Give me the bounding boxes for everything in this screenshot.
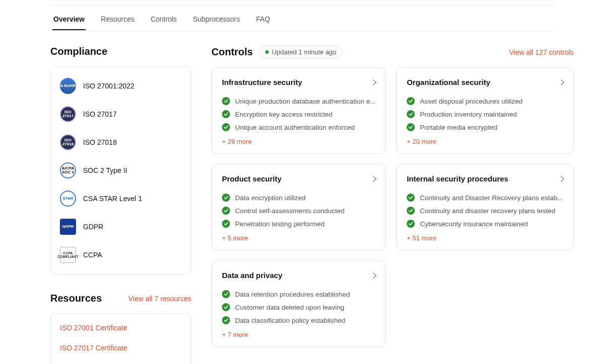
resource-item[interactable]: ISO 27001 Certificate	[51, 318, 191, 338]
control-item-label: Unique production database authenticatio…	[235, 98, 375, 105]
control-item[interactable]: Control self-assessments conducted	[222, 204, 375, 217]
control-card-header[interactable]: Product security	[222, 174, 375, 183]
compliance-badge-icon: A-BARR	[60, 78, 76, 94]
compliance-badge-icon: GDPR	[60, 219, 76, 235]
check-circle-icon	[222, 97, 230, 105]
control-item-label: Penetration testing performed	[235, 220, 325, 228]
control-item-label: Portable media encrypted	[420, 124, 497, 131]
control-item[interactable]: Cybersecurity insurance maintained	[407, 217, 563, 230]
control-item[interactable]: Asset disposal procedures utilized	[407, 95, 563, 108]
control-card: Internal security proceduresContinuity a…	[396, 164, 573, 250]
compliance-card: A-BARRISO 27001:2022ISO 27017ISO 27017IS…	[50, 66, 191, 275]
tab-overview[interactable]: Overview	[52, 10, 86, 30]
control-item-label: Production inventory maintained	[420, 111, 517, 118]
compliance-item[interactable]: AICPA SOC 2SOC 2 Type II	[51, 156, 191, 185]
header-box-fragment	[50, 0, 554, 5]
control-item[interactable]: Encryption key access restricted	[222, 108, 375, 121]
control-item-label: Continuity and disaster recovery plans t…	[420, 207, 555, 215]
check-circle-icon	[222, 194, 230, 202]
control-item-label: Continuity and Disaster Recovery plans e…	[420, 194, 563, 202]
control-card-header[interactable]: Organizational security	[407, 78, 563, 86]
tab-faq[interactable]: FAQ	[255, 10, 271, 30]
more-link[interactable]: + 5 more	[222, 234, 248, 242]
control-item-label: Encryption key access restricted	[235, 111, 333, 118]
check-circle-icon	[407, 110, 415, 118]
chevron-right-icon	[558, 176, 564, 181]
control-card-header[interactable]: Internal security procedures	[407, 174, 563, 183]
control-card-title: Data and privacy	[222, 271, 282, 280]
compliance-item[interactable]: ISO 27018ISO 27018	[51, 128, 191, 156]
control-card-header[interactable]: Data and privacy	[222, 271, 375, 280]
compliance-item[interactable]: GDPRGDPR	[51, 213, 191, 241]
chevron-right-icon	[558, 79, 564, 85]
resources-card: ISO 27001 CertificateISO 27017 Certifica…	[50, 313, 191, 364]
more-link[interactable]: + 7 more	[222, 331, 248, 338]
control-item[interactable]: Data classification policy established	[222, 314, 375, 327]
control-card-header[interactable]: Infrastructure security	[222, 78, 375, 86]
control-item[interactable]: Continuity and Disaster Recovery plans e…	[407, 191, 563, 204]
control-item[interactable]: Unique production database authenticatio…	[222, 95, 375, 108]
control-card: Infrastructure securityUnique production…	[211, 67, 386, 154]
compliance-title: Compliance	[50, 46, 107, 57]
chevron-right-icon	[371, 176, 376, 181]
compliance-item[interactable]: STARCSA STAR Level 1	[51, 185, 191, 213]
check-circle-icon	[407, 194, 415, 202]
control-item-label: Cybersecurity insurance maintained	[420, 220, 528, 228]
check-circle-icon	[222, 290, 230, 298]
control-item[interactable]: Continuity and disaster recovery plans t…	[407, 204, 563, 217]
more-link[interactable]: + 51 more	[407, 234, 436, 242]
control-item-label: Unique account authentication enforced	[235, 124, 355, 131]
compliance-item-label: SOC 2 Type II	[83, 166, 127, 174]
control-card: Data and privacyData retention procedure…	[211, 260, 386, 347]
control-item-label: Data retention procedures established	[235, 291, 350, 298]
tab-controls[interactable]: Controls	[149, 10, 178, 30]
control-item[interactable]: Data retention procedures established	[222, 288, 375, 301]
chevron-right-icon	[371, 79, 376, 85]
compliance-item[interactable]: ISO 27017ISO 27017	[51, 100, 191, 128]
check-circle-icon	[222, 220, 230, 228]
control-item-label: Data classification policy established	[235, 317, 345, 324]
compliance-badge-icon: STAR	[60, 191, 76, 207]
control-item-label: Asset disposal procedures utilized	[420, 98, 522, 105]
check-circle-icon	[407, 97, 415, 105]
compliance-item-label: CSA STAR Level 1	[83, 195, 142, 203]
control-item-label: Data encryption utilized	[235, 194, 306, 202]
compliance-item[interactable]: CCPA COMPLIANTCCPA	[51, 241, 191, 269]
more-link[interactable]: + 29 more	[222, 138, 252, 145]
control-item[interactable]: Unique account authentication enforced	[222, 121, 375, 134]
compliance-item-label: ISO 27017	[83, 110, 117, 118]
status-dot-icon	[265, 50, 269, 54]
control-item[interactable]: Production inventory maintained	[407, 108, 563, 121]
check-circle-icon	[407, 123, 415, 131]
control-item-label: Control self-assessments conducted	[235, 207, 345, 215]
compliance-item-label: CCPA	[83, 251, 102, 259]
compliance-item[interactable]: A-BARRISO 27001:2022	[51, 72, 191, 100]
tab-subprocessors[interactable]: Subprocessors	[192, 10, 241, 30]
check-circle-icon	[222, 110, 230, 118]
control-card-title: Organizational security	[407, 78, 490, 86]
check-circle-icon	[222, 207, 230, 215]
view-all-resources-link[interactable]: View all 7 resources	[128, 295, 191, 303]
check-circle-icon	[407, 207, 415, 215]
updated-status-pill: Updated 1 minute ago	[259, 46, 343, 58]
chevron-right-icon	[371, 272, 376, 278]
control-item[interactable]: Customer data deleted upon leaving	[222, 301, 375, 314]
control-card: Product securityData encryption utilized…	[211, 164, 386, 250]
more-link[interactable]: + 20 more	[407, 138, 436, 145]
resource-item[interactable]: ISO 27017 Certificate	[51, 338, 191, 358]
updated-status-text: Updated 1 minute ago	[272, 48, 336, 56]
view-all-controls-link[interactable]: View all 127 controls	[509, 48, 573, 56]
control-card-title: Product security	[222, 174, 281, 183]
check-circle-icon	[222, 123, 230, 131]
compliance-item-label: ISO 27018	[83, 138, 117, 146]
control-item[interactable]: Portable media encrypted	[407, 121, 563, 134]
compliance-badge-icon: ISO 27017	[60, 106, 76, 122]
control-item[interactable]: Data encryption utilized	[222, 191, 375, 204]
check-circle-icon	[222, 303, 230, 311]
resource-item[interactable]: ISO 27018 Certificate	[51, 358, 191, 364]
resources-title: Resources	[50, 293, 102, 304]
control-item[interactable]: Penetration testing performed	[222, 217, 375, 230]
compliance-item-label: ISO 27001:2022	[83, 82, 134, 90]
tab-resources[interactable]: Resources	[100, 10, 135, 30]
compliance-badge-icon: AICPA SOC 2	[60, 162, 76, 178]
